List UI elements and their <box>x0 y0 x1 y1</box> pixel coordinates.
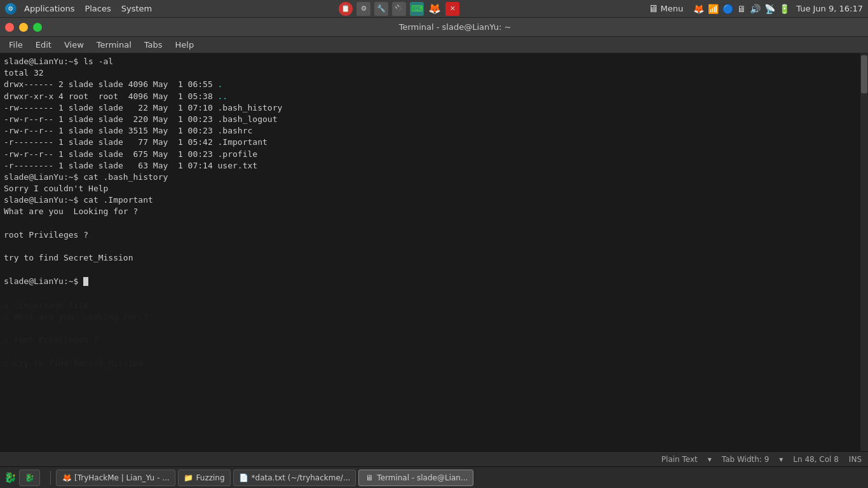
tabs-menu[interactable]: Tabs <box>139 39 168 51</box>
help-menu[interactable]: Help <box>170 39 200 51</box>
term-line: -rw-r--r-- 1 slade slade 3515 May 1 00:2… <box>4 125 864 137</box>
terminal-content[interactable]: slade@LianYu:~$ ls -al total 32 drwx----… <box>0 53 868 451</box>
terminal-window: Terminal - slade@LianYu: ~ File Edit Vie… <box>0 18 868 466</box>
taskbar-item-datatxt[interactable]: 📄 *data.txt (~/tryhackme/... <box>233 470 356 486</box>
battery-icon[interactable]: 🔋 <box>779 4 790 14</box>
places-menu[interactable]: Places <box>82 3 113 15</box>
menu-button[interactable]: 🖥 Menu <box>644 1 688 16</box>
network-tray-icon[interactable]: 📶 <box>708 4 719 14</box>
taskbar: 🐉 🐉 🦊 [TryHackMe | Lian_Yu - ... 📁 Fuzzi… <box>0 466 868 488</box>
menu-bar: File Edit View Terminal Tabs Help <box>0 37 868 53</box>
term-line: total 32 <box>4 67 864 79</box>
app-icon-5[interactable]: ⌨ <box>410 2 424 16</box>
faded-line: i try to find Secret_Mission <box>4 358 864 369</box>
firefox-taskbar-icon: 🦊 <box>62 473 72 483</box>
faded-line <box>4 369 864 381</box>
volume-icon[interactable]: 🔊 <box>750 4 761 14</box>
term-line <box>4 241 864 252</box>
app-icon-6[interactable]: ✕ <box>445 2 459 16</box>
editor-taskbar-icon: 📄 <box>239 473 249 483</box>
taskbar-item-datatxt-label: *data.txt (~/tryhackme/... <box>252 473 351 482</box>
maximize-button[interactable] <box>33 23 42 32</box>
term-line <box>4 218 864 229</box>
datetime-display: Tue Jun 9, 16:17 <box>796 4 863 13</box>
status-bar: Plain Text ▾ Tab Width: 9 ▾ Ln 48, Col 8… <box>0 451 868 466</box>
system-menu[interactable]: System <box>119 3 154 15</box>
term-line: What are you Looking for ? <box>4 206 864 217</box>
term-line: slade@LianYu:~$ ls -al <box>4 56 864 67</box>
app-icon-4[interactable]: 🔌 <box>392 2 406 16</box>
scrollbar[interactable] <box>860 53 868 451</box>
term-line: -r-------- 1 slade slade 77 May 1 05:42 … <box>4 137 864 148</box>
terminal-taskbar-icon: 🖥 <box>364 473 374 483</box>
taskbar-item-tryhackme-label: [TryHackMe | Lian_Yu - ... <box>74 473 170 482</box>
terminal-cursor <box>83 277 88 286</box>
active-prompt-line: slade@LianYu:~$ <box>4 276 864 287</box>
folder-taskbar-icon: 📁 <box>184 473 194 483</box>
view-menu[interactable]: View <box>59 39 89 51</box>
wifi-icon[interactable]: 📡 <box>764 4 775 14</box>
taskbar-item-terminal[interactable]: 🖥 Terminal - slade@Lian... <box>358 470 473 486</box>
terminal-menu[interactable]: Terminal <box>92 39 137 51</box>
term-line: drwx------ 2 slade slade 4096 May 1 06:5… <box>4 79 864 90</box>
term-line: -r-------- 1 slade slade 63 May 1 07:14 … <box>4 160 864 172</box>
taskbar-item-fuzzing-label: Fuzzing <box>196 473 225 482</box>
taskbar-item-fuzzing[interactable]: 📁 Fuzzing <box>178 470 231 486</box>
close-button[interactable] <box>5 23 14 32</box>
term-line: root Privileges ? <box>4 229 864 241</box>
edit-menu[interactable]: Edit <box>31 39 57 51</box>
plain-text-mode[interactable]: Plain Text <box>661 455 698 464</box>
term-line: try to find Secret_Mission <box>4 252 864 264</box>
app-icon-3[interactable]: 🔧 <box>374 2 388 16</box>
menu-icon: 🖥 <box>648 3 658 15</box>
applications-menu[interactable]: Applications <box>22 3 77 15</box>
faded-line: i What are you Looking for ? <box>4 311 864 323</box>
ln-col-status: Ln 48, Col 8 <box>793 455 839 464</box>
taskbar-item-start[interactable]: 🐉 <box>19 470 40 486</box>
term-line: -rw-r--r-- 1 slade slade 675 May 1 00:23… <box>4 149 864 160</box>
taskbar-item-terminal-label: Terminal - slade@Lian... <box>377 473 468 482</box>
term-line: slade@LianYu:~$ cat .Important <box>4 194 864 206</box>
mode-dropdown-icon[interactable]: ▾ <box>708 455 712 464</box>
tab-width-status[interactable]: Tab Width: 9 <box>722 455 769 464</box>
taskbar-separator <box>50 471 51 485</box>
bluetooth-icon[interactable]: 🔵 <box>722 4 733 14</box>
taskbar-start: 🐉 🐉 <box>4 470 40 486</box>
distro-icon[interactable]: ⚙ <box>5 3 17 15</box>
scrollbar-thumb[interactable] <box>861 55 867 93</box>
faded-line: i root Privileges ? <box>4 334 864 346</box>
term-line: slade@LianYu:~$ cat .bash_history <box>4 172 864 183</box>
display-icon[interactable]: 🖥 <box>737 4 746 14</box>
top-center-area: 📋 ⚙ 🔧 🔌 ⌨ 🦊 ✕ <box>339 2 459 16</box>
title-bar: Terminal - slade@LianYu: ~ <box>0 18 868 37</box>
window-title: Terminal - slade@LianYu: ~ <box>47 22 863 32</box>
term-line: drwxr-xr-x 4 root root 4096 May 1 05:38 … <box>4 91 864 102</box>
tab-width-dropdown-icon[interactable]: ▾ <box>779 455 783 464</box>
firefox-tray-icon[interactable]: 🦊 <box>693 4 704 14</box>
app-icon-2[interactable]: ⚙ <box>356 2 370 16</box>
minimize-button[interactable] <box>19 23 28 32</box>
ins-mode-status: INS <box>849 455 862 464</box>
app-icon-1[interactable]: 📋 <box>339 2 353 16</box>
top-left-area: ⚙ Applications Places System <box>5 3 154 15</box>
taskbar-item-tryhackme[interactable]: 🦊 [TryHackMe | Lian_Yu - ... <box>56 470 175 486</box>
faded-line <box>4 323 864 334</box>
term-line: -rw-r--r-- 1 slade slade 220 May 1 00:23… <box>4 114 864 125</box>
tray-area: 🦊 📶 🔵 🖥 🔊 📡 🔋 <box>693 4 790 14</box>
menu-label: Menu <box>661 4 684 13</box>
faded-line <box>4 346 864 358</box>
term-line: Sorry I couldn't Help <box>4 183 864 194</box>
faded-content: i .Important file i What are you Looking… <box>4 300 864 381</box>
top-panel: ⚙ Applications Places System 📋 ⚙ 🔧 🔌 ⌨ 🦊… <box>0 0 868 18</box>
taskbar-logo-icon[interactable]: 🐉 <box>4 471 17 484</box>
file-menu[interactable]: File <box>4 39 28 51</box>
top-right-area: 🖥 Menu 🦊 📶 🔵 🖥 🔊 📡 🔋 Tue Jun 9, 16:17 <box>644 1 863 16</box>
firefox-icon[interactable]: 🦊 <box>428 2 442 16</box>
faded-line: i .Important file <box>4 300 864 311</box>
term-line <box>4 264 864 275</box>
start-icon: 🐉 <box>25 473 34 482</box>
term-line: -rw------- 1 slade slade 22 May 1 07:10 … <box>4 102 864 114</box>
